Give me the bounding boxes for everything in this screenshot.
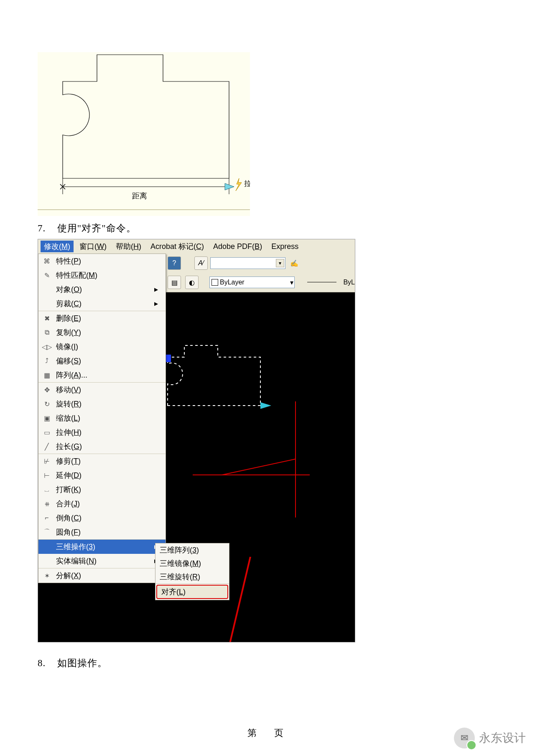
dim-style-icon[interactable]: ✍ bbox=[288, 257, 301, 269]
figure-cad-screenshot: 修改(M) 窗口(W) 帮助(H) Acrobat 标记(C) Adobe PD… bbox=[38, 239, 355, 642]
menu-bar: 修改(M) 窗口(W) 帮助(H) Acrobat 标记(C) Adobe PD… bbox=[38, 239, 355, 254]
延伸-icon: ⊢ bbox=[42, 470, 52, 480]
menu-item-label: 复制(Y) bbox=[56, 327, 150, 337]
menu-item-删除[interactable]: ✖删除(E) bbox=[38, 311, 166, 325]
menu-item-label: 移动(V) bbox=[56, 385, 150, 395]
menu-item-移动[interactable]: ✥移动(V) bbox=[38, 383, 166, 397]
menu-item-特性匹配[interactable]: ✎特性匹配(M) bbox=[38, 268, 166, 282]
打断-icon: ⎵ bbox=[42, 485, 52, 495]
submenu-item-三维镜像[interactable]: 三维镜像(M) bbox=[155, 557, 229, 570]
menu-item-label: 拉长(G) bbox=[56, 441, 150, 452]
layer-prev-icon[interactable]: ◐ bbox=[185, 276, 199, 289]
text-style-icon[interactable]: A⁄ bbox=[194, 256, 208, 270]
menu-item-旋转[interactable]: ↻旋转(R) bbox=[38, 397, 166, 411]
step-7-text: 使用"对齐"命令。 bbox=[57, 223, 136, 233]
旋转-icon: ↻ bbox=[42, 399, 52, 409]
submenu-item-label: 对齐(L) bbox=[161, 587, 186, 597]
menu-item-镜像[interactable]: ◁▷镜像(I) bbox=[38, 340, 166, 354]
svg-rect-0 bbox=[38, 209, 250, 210]
3d-ops-submenu: 三维阵列(3)三维镜像(M)三维旋转(R)对齐(L) bbox=[155, 543, 229, 600]
svg-marker-6 bbox=[260, 402, 271, 409]
submenu-item-label: 三维旋转(R) bbox=[160, 572, 200, 582]
menu-item-实体编辑[interactable]: 实体编辑(N)▶ bbox=[38, 554, 166, 568]
svg-marker-4 bbox=[225, 183, 234, 190]
menu-acrobat[interactable]: Acrobat 标记(C) bbox=[147, 241, 207, 252]
menu-item-label: 合并(J) bbox=[56, 499, 150, 509]
menu-item-label: 特性匹配(M) bbox=[56, 270, 150, 280]
menu-item-label: 延伸(D) bbox=[56, 470, 150, 480]
menu-item-倒角[interactable]: ⌐倒角(C) bbox=[38, 511, 166, 525]
menu-express[interactable]: Express bbox=[268, 241, 302, 252]
menu-window[interactable]: 窗口(W) bbox=[76, 241, 110, 252]
menu-item-label: 镜像(I) bbox=[56, 342, 150, 352]
复制-icon: ⧉ bbox=[42, 327, 52, 337]
menu-item-圆角[interactable]: ⌒圆角(F) bbox=[38, 525, 166, 539]
menu-item-阵列[interactable]: ▦阵列(A)... bbox=[38, 368, 166, 382]
distance-label: 距离 bbox=[132, 192, 147, 200]
svg-line-9 bbox=[222, 459, 296, 475]
menu-modify[interactable]: 修改(M) bbox=[41, 241, 74, 252]
menu-item-合并[interactable]: ⧺合并(J) bbox=[38, 497, 166, 511]
剪裁-icon bbox=[42, 299, 52, 309]
menu-item-label: 拉伸(H) bbox=[56, 427, 150, 437]
menu-item-label: 剪裁(C) bbox=[56, 299, 150, 309]
menu-help[interactable]: 帮助(H) bbox=[112, 241, 145, 252]
separator bbox=[155, 583, 229, 584]
step-7-number: 7. bbox=[38, 223, 54, 234]
help-icon[interactable]: ? bbox=[168, 256, 181, 270]
color-combo-value: ByLayer bbox=[220, 279, 245, 286]
color-combo[interactable]: ByLayer ▾ bbox=[209, 277, 295, 288]
menu-item-特性[interactable]: ⌘特性(P) bbox=[38, 254, 166, 268]
submenu-arrow-icon: ▶ bbox=[154, 301, 158, 307]
分解-icon: ✶ bbox=[42, 571, 52, 581]
menu-item-延伸[interactable]: ⊢延伸(D) bbox=[38, 468, 166, 482]
menu-item-label: 特性(P) bbox=[56, 256, 150, 266]
拉长-icon: ╱ bbox=[42, 441, 52, 452]
submenu-item-三维阵列[interactable]: 三维阵列(3) bbox=[155, 543, 229, 557]
menu-item-复制[interactable]: ⧉复制(Y) bbox=[38, 325, 166, 340]
menu-item-缩放[interactable]: ▣缩放(L) bbox=[38, 411, 166, 425]
三维操作-icon bbox=[42, 542, 52, 552]
menu-item-label: 分解(X) bbox=[56, 571, 150, 581]
合并-icon: ⧺ bbox=[42, 499, 52, 509]
menu-adobepdf[interactable]: Adobe PDF(B) bbox=[210, 241, 265, 252]
text-style-combo[interactable]: ▾ bbox=[210, 257, 285, 269]
menu-item-三维操作[interactable]: 三维操作(3)▶ bbox=[38, 540, 166, 554]
特性匹配-icon: ✎ bbox=[42, 270, 52, 280]
拉伸-icon: ▭ bbox=[42, 427, 52, 437]
menu-item-label: 打断(K) bbox=[56, 485, 150, 495]
menu-item-label: 三维操作(3) bbox=[56, 542, 150, 552]
偏移-icon: ⤴ bbox=[42, 356, 52, 366]
submenu-arrow-icon: ▶ bbox=[154, 287, 158, 292]
linetype-tail: ByL bbox=[343, 279, 355, 286]
menu-item-拉伸[interactable]: ▭拉伸(H) bbox=[38, 425, 166, 439]
menu-item-拉长[interactable]: ╱拉长(G) bbox=[38, 439, 166, 454]
submenu-item-label: 三维阵列(3) bbox=[160, 545, 199, 555]
submenu-item-label: 三维镜像(M) bbox=[160, 558, 201, 568]
watermark: ✉ 永东设计 bbox=[454, 728, 526, 748]
menu-item-label: 对象(O) bbox=[56, 284, 150, 294]
step-8-number: 8. bbox=[38, 658, 54, 669]
menu-item-分解[interactable]: ✶分解(X) bbox=[38, 568, 166, 583]
watermark-text: 永东设计 bbox=[479, 730, 526, 746]
menu-item-偏移[interactable]: ⤴偏移(S) bbox=[38, 354, 166, 368]
圆角-icon: ⌒ bbox=[42, 527, 52, 537]
menu-item-打断[interactable]: ⎵打断(K) bbox=[38, 482, 166, 497]
modify-dropdown: ⌘特性(P)✎特性匹配(M)对象(O)▶剪裁(C)▶✖删除(E)⧉复制(Y)◁▷… bbox=[38, 254, 166, 583]
阵列-icon: ▦ bbox=[42, 370, 52, 380]
menu-item-label: 实体编辑(N) bbox=[56, 556, 150, 566]
submenu-item-三维旋转[interactable]: 三维旋转(R) bbox=[155, 570, 229, 583]
menu-item-label: 旋转(R) bbox=[56, 399, 150, 409]
step-8-text: 如图操作。 bbox=[57, 658, 107, 668]
layer-icon[interactable]: ▤ bbox=[168, 276, 181, 289]
menu-item-label: 删除(E) bbox=[56, 313, 150, 323]
color-swatch-icon bbox=[211, 279, 218, 286]
删除-icon: ✖ bbox=[42, 313, 52, 323]
menu-item-对象[interactable]: 对象(O)▶ bbox=[38, 282, 166, 297]
menu-item-剪裁[interactable]: 剪裁(C)▶ bbox=[38, 297, 166, 311]
特性-icon: ⌘ bbox=[42, 256, 52, 266]
step-8: 8. 如图操作。 bbox=[38, 657, 497, 670]
镜像-icon: ◁▷ bbox=[42, 342, 52, 352]
menu-item-修剪[interactable]: ⊬修剪(T) bbox=[38, 454, 166, 468]
submenu-item-对齐[interactable]: 对齐(L) bbox=[156, 585, 228, 599]
